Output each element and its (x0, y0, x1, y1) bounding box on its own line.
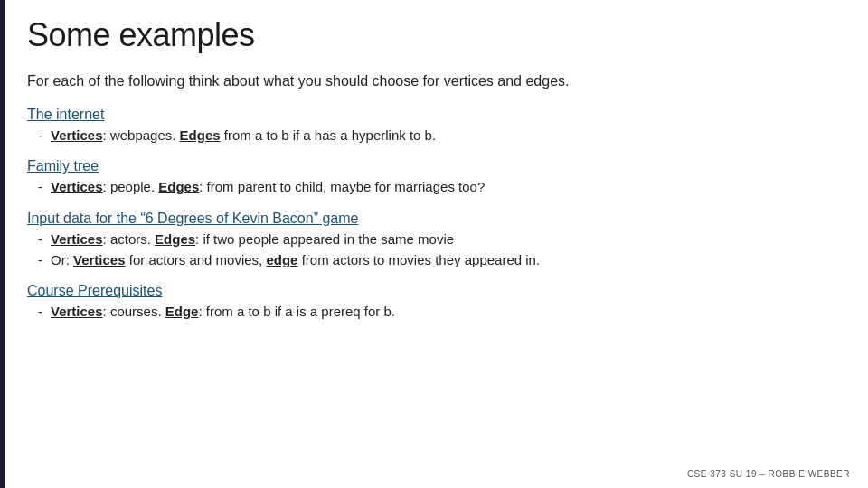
section-title-internet: The internet (27, 107, 104, 123)
text-part: : courses. (103, 304, 165, 319)
text-part: Or: (51, 252, 73, 267)
text-part: from a to b if a has a hyperlink to b. (221, 127, 436, 143)
text-part: : if two people appeared in the same mov… (195, 231, 454, 247)
section-row-family-tree-0: Vertices: people. Edges: from parent to … (38, 176, 850, 197)
text-part: from actors to movies they appeared in. (297, 252, 540, 267)
page-title: Some examples (27, 16, 850, 54)
section-body-course-prereqs: Vertices: courses. Edge: from a to b if … (27, 301, 850, 322)
section-title-family-tree: Family tree (27, 158, 99, 174)
text-part: Vertices (51, 179, 103, 194)
section-row-course-prereqs-0: Vertices: courses. Edge: from a to b if … (38, 301, 850, 322)
text-part: Vertices (51, 231, 103, 247)
section-body-kevin-bacon: Vertices: actors. Edges: if two people a… (27, 229, 850, 271)
section-row-kevin-bacon-1: Or: Vertices for actors and movies, edge… (38, 249, 850, 270)
section-body-internet: Vertices: webpages. Edges from a to b if… (27, 125, 850, 145)
section-kevin-bacon: Input data for the “6 Degrees of Kevin B… (27, 211, 850, 271)
text-part: Edges (180, 127, 221, 143)
sections-container: The internetVertices: webpages. Edges fr… (27, 107, 850, 322)
text-part: Edges (155, 231, 195, 247)
text-part: : actors. (103, 231, 156, 247)
section-row-internet-0: Vertices: webpages. Edges from a to b if… (38, 125, 850, 145)
section-family-tree: Family treeVertices: people. Edges: from… (27, 158, 850, 197)
text-part: edge (266, 252, 297, 267)
text-part: : people. (103, 179, 159, 194)
text-part: : from a to b if a is a prereq for b. (198, 304, 395, 319)
text-part: : from parent to child, maybe for marria… (199, 179, 485, 194)
section-row-kevin-bacon-0: Vertices: actors. Edges: if two people a… (38, 229, 850, 249)
section-course-prereqs: Course PrerequisitesVertices: courses. E… (27, 283, 850, 322)
text-part: Vertices (73, 252, 126, 267)
section-internet: The internetVertices: webpages. Edges fr… (27, 107, 850, 145)
text-part: Vertices (51, 127, 103, 143)
text-part: Vertices (51, 304, 103, 319)
text-part: Edge (165, 304, 199, 319)
section-body-family-tree: Vertices: people. Edges: from parent to … (27, 176, 850, 197)
section-title-kevin-bacon: Input data for the “6 Degrees of Kevin B… (27, 211, 358, 227)
left-accent-bar (0, 0, 5, 488)
intro-text: For each of the following think about wh… (27, 70, 850, 92)
main-content: Some examples For each of the following … (27, 16, 850, 470)
text-part: Edges (158, 179, 199, 194)
section-title-course-prereqs: Course Prerequisites (27, 283, 162, 299)
footer-text: CSE 373 SU 19 – ROBBIE WEBBER (687, 469, 850, 479)
text-part: : webpages. (103, 127, 180, 143)
text-part: for actors and movies, (126, 252, 267, 267)
